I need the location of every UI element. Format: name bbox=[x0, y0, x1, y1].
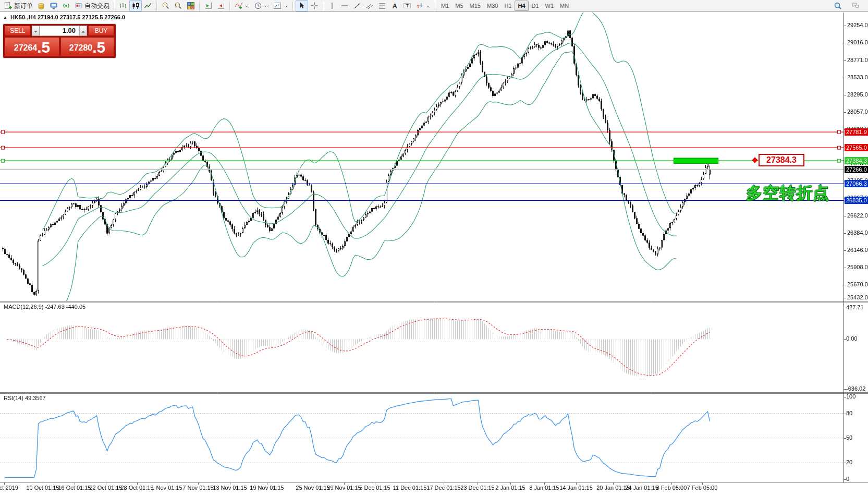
tf-m15-button-label: M15 bbox=[470, 3, 481, 9]
volume-decrease-button[interactable] bbox=[32, 26, 40, 36]
autotrading-button[interactable]: 自动交易 bbox=[72, 0, 112, 11]
zoom-in-button[interactable] bbox=[160, 0, 172, 11]
tf-h4-button[interactable]: H4 bbox=[515, 1, 528, 11]
arrows-button[interactable] bbox=[413, 0, 433, 11]
tf-m5-button[interactable]: M5 bbox=[452, 1, 466, 11]
market-button[interactable] bbox=[35, 0, 47, 11]
sell-price-button[interactable]: 27264 .5 bbox=[5, 37, 59, 56]
tf-m1-button-label: M1 bbox=[441, 3, 449, 9]
new-order-button[interactable]: 新订单 bbox=[2, 0, 35, 11]
chart-canvas[interactable] bbox=[0, 0, 868, 495]
price-tick-label: 25670.0 bbox=[847, 281, 868, 287]
rsi-tick-label: 100 bbox=[846, 393, 855, 400]
time-tick-label: 13 Nov 01:15 bbox=[213, 485, 247, 491]
buy-price-button[interactable]: 27280 .5 bbox=[60, 37, 114, 56]
tf-h1-button[interactable]: H1 bbox=[501, 1, 515, 11]
toolbar-left: 新订单自动交易ATM1M5M15M30H1H4D1W1MN bbox=[2, 0, 572, 11]
vertical-line-icon bbox=[328, 2, 336, 10]
price-tick-label: 25432.0 bbox=[847, 294, 868, 300]
price-level-label[interactable]: 27565.0 bbox=[845, 144, 868, 151]
tf-h1-button-label: H1 bbox=[504, 3, 511, 9]
trendline-icon bbox=[353, 2, 361, 10]
bar-chart-button[interactable] bbox=[117, 0, 129, 11]
search-button[interactable] bbox=[832, 0, 844, 11]
line-chart-button[interactable] bbox=[142, 0, 154, 11]
price-tick-label: 25908.0 bbox=[847, 264, 868, 270]
time-tick-label: 10 Oct 01:15 bbox=[27, 485, 59, 491]
time-tick-label: 25 Nov 01:15 bbox=[296, 485, 329, 491]
new-order-button-label: 新订单 bbox=[14, 2, 33, 10]
candlestick-chart-button[interactable] bbox=[129, 0, 142, 11]
macd-indicator-label: MACD(12,26,9) -247.63 -440.05 bbox=[4, 304, 85, 310]
auto-scroll-button[interactable] bbox=[202, 0, 215, 11]
crosshair-button[interactable] bbox=[308, 0, 321, 11]
fibonacci-button[interactable] bbox=[376, 0, 388, 11]
toolbar-separator bbox=[199, 2, 200, 10]
signals-button[interactable] bbox=[60, 0, 72, 11]
buy-button[interactable]: BUY bbox=[88, 26, 114, 36]
volume-input[interactable]: 1.00 bbox=[40, 26, 79, 36]
rsi-tick-label: 80 bbox=[846, 410, 852, 416]
channel-button[interactable] bbox=[363, 0, 376, 11]
indicators-button[interactable] bbox=[233, 0, 252, 11]
time-tick-label: 8 Oct 2019 bbox=[0, 485, 18, 491]
price-tick-label: 26384.0 bbox=[847, 230, 868, 236]
caret-up-icon bbox=[81, 26, 85, 35]
text-icon: A bbox=[390, 2, 399, 10]
rsi-tick-label: 50 bbox=[846, 434, 852, 441]
annotation-text[interactable]: 多空转折点 bbox=[746, 182, 829, 204]
collapse-panel-arrow[interactable]: ▲ bbox=[3, 15, 7, 20]
price-alert-label[interactable]: 27384.3 bbox=[759, 154, 804, 166]
horizontal-line-button[interactable] bbox=[338, 0, 351, 11]
periods-button[interactable] bbox=[252, 0, 271, 11]
price-level-label[interactable]: 27384.3 bbox=[845, 157, 868, 164]
community-chat-button[interactable] bbox=[849, 0, 862, 11]
price-level-label[interactable]: 27781.9 bbox=[845, 128, 868, 136]
time-tick-label: 19 Nov 01:15 bbox=[250, 485, 284, 491]
time-tick-label: 14 Jan 01:15 bbox=[559, 485, 593, 491]
arrows-icon bbox=[415, 2, 424, 10]
autotrading-icon bbox=[75, 2, 83, 10]
text-label-button[interactable]: T bbox=[401, 0, 413, 11]
chart-info-line: ▲ HK50-,H4 27194.0 27317.5 27125.5 27266… bbox=[3, 14, 125, 20]
price-level-label[interactable]: 26835.0 bbox=[845, 197, 868, 204]
tf-w1-button[interactable]: W1 bbox=[542, 1, 557, 11]
tile-windows-button[interactable] bbox=[185, 0, 197, 11]
caret-down-icon bbox=[33, 26, 38, 35]
rsi-tick-label: 20 bbox=[846, 459, 852, 465]
text-label-icon: T bbox=[403, 2, 411, 10]
trendline-button[interactable] bbox=[351, 0, 363, 11]
price-tick-label: 26146.0 bbox=[847, 247, 868, 253]
autotrading-button-label: 自动交易 bbox=[84, 2, 109, 10]
price-tick-label: 28771.0 bbox=[847, 57, 868, 63]
tf-w1-button-label: W1 bbox=[545, 3, 554, 9]
tf-m30-button[interactable]: M30 bbox=[484, 1, 501, 11]
toolbar-separator bbox=[114, 2, 115, 10]
tf-d1-button[interactable]: D1 bbox=[529, 1, 542, 11]
price-level-label[interactable]: 27066.3 bbox=[845, 180, 868, 187]
chart-shift-button[interactable] bbox=[215, 0, 227, 11]
price-tick-label: 28295.0 bbox=[847, 91, 868, 98]
virtual-hosting-button[interactable] bbox=[47, 0, 60, 11]
market-icon bbox=[37, 2, 45, 10]
signals-icon bbox=[62, 2, 70, 10]
sell-button[interactable]: SELL bbox=[5, 26, 31, 36]
caret-down-icon bbox=[283, 4, 288, 8]
time-tick-label: 7 Nov 01:15 bbox=[182, 485, 213, 491]
caret-down-icon bbox=[425, 4, 431, 8]
zoom-out-button[interactable] bbox=[172, 0, 185, 11]
virtual-hosting-icon bbox=[50, 2, 58, 10]
templates-button[interactable] bbox=[271, 0, 290, 11]
sell-price-main: 27264 bbox=[14, 43, 38, 53]
tf-mn-button[interactable]: MN bbox=[557, 1, 572, 11]
time-tick-label: 5 Dec 01:15 bbox=[359, 485, 390, 491]
sell-price-frac: .5 bbox=[37, 40, 50, 55]
text-button[interactable]: A bbox=[388, 0, 401, 11]
tf-m1-button[interactable]: M1 bbox=[438, 1, 452, 11]
tf-m15-button[interactable]: M15 bbox=[467, 1, 484, 11]
fibonacci-icon bbox=[378, 2, 386, 10]
vertical-line-button[interactable] bbox=[326, 0, 338, 11]
volume-increase-button[interactable] bbox=[79, 26, 87, 36]
cursor-button[interactable] bbox=[296, 0, 308, 11]
horizontal-line-icon bbox=[340, 2, 349, 10]
